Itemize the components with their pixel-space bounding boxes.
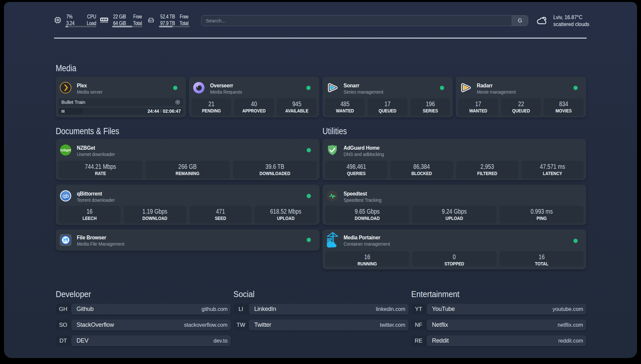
svg-text:qb: qb xyxy=(63,193,69,199)
svg-text:nzbget: nzbget xyxy=(60,148,71,152)
